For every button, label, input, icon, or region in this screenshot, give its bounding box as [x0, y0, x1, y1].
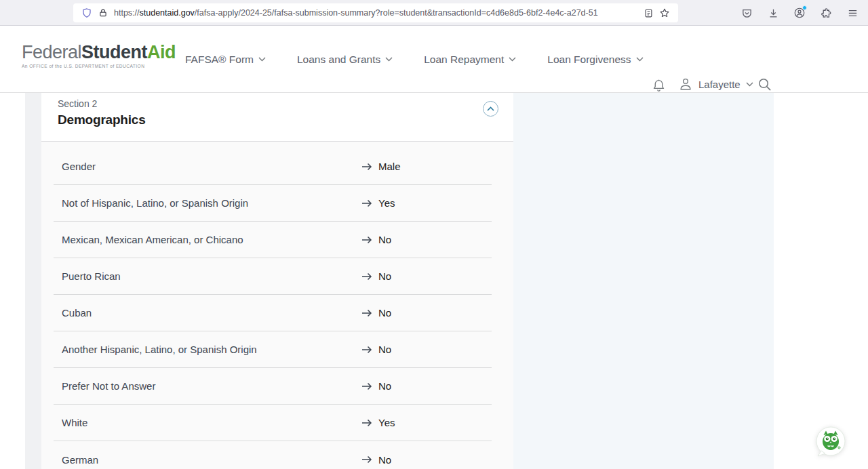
- row-value-text: No: [378, 380, 391, 392]
- row-value-text: Male: [378, 161, 401, 172]
- summary-row: Puerto Rican No: [54, 258, 492, 295]
- aidan-owl-icon: R: [814, 426, 847, 458]
- row-value-text: Yes: [378, 197, 395, 209]
- chevron-down-icon: [385, 57, 393, 62]
- summary-row: White Yes: [54, 405, 492, 441]
- logo-student: Student: [81, 42, 147, 62]
- url-prefix: https://: [114, 8, 140, 18]
- tracking-protection-shield-icon[interactable]: [79, 5, 95, 21]
- url-path: /fafsa-apply/2024-25/fafsa-submission-su…: [195, 8, 598, 18]
- row-label: Another Hispanic, Latino, or Spanish Ori…: [62, 344, 361, 355]
- row-label: Gender: [62, 161, 361, 172]
- nav-item-label: Loan Repayment: [424, 54, 504, 66]
- row-label: White: [62, 417, 361, 428]
- row-answer: No: [361, 380, 492, 392]
- collapse-section-button[interactable]: [483, 101, 498, 117]
- url-domain: studentaid.gov: [140, 8, 195, 18]
- address-bar[interactable]: https://studentaid.gov/fafsa-apply/2024-…: [73, 3, 678, 22]
- row-answer: No: [361, 344, 492, 355]
- arrow-right-icon: [361, 419, 372, 427]
- arrow-right-icon: [361, 455, 372, 464]
- logo-federal: Federal: [22, 42, 81, 62]
- chevron-down-icon: [509, 57, 516, 62]
- nav-item[interactable]: Loan Repayment: [424, 54, 516, 66]
- row-answer: No: [361, 454, 492, 466]
- federal-student-aid-logo[interactable]: FederalStudentAid An OFFICE of the U.S. …: [22, 43, 176, 68]
- summary-row: German No: [54, 441, 492, 469]
- row-value-text: No: [378, 270, 391, 282]
- summary-row: Cuban No: [54, 295, 492, 331]
- search-button[interactable]: [757, 77, 772, 92]
- row-value-text: No: [378, 307, 391, 319]
- content-wrapper: Section 2 Demographics Gender Male: [25, 93, 774, 469]
- pocket-icon[interactable]: [738, 4, 755, 22]
- row-label: Prefer Not to Answer: [62, 380, 361, 392]
- row-value-text: No: [378, 454, 391, 466]
- row-value-text: No: [378, 344, 391, 355]
- row-label: Puerto Rican: [62, 270, 361, 282]
- row-answer: Yes: [361, 417, 492, 428]
- chevron-up-icon: [487, 106, 494, 111]
- row-answer: No: [361, 270, 492, 282]
- row-answer: Yes: [361, 197, 492, 209]
- arrow-right-icon: [361, 272, 372, 281]
- left-gutter: [25, 93, 41, 469]
- summary-row: Not of Hispanic, Latino, or Spanish Orig…: [54, 185, 492, 222]
- summary-row: Gender Male: [54, 148, 492, 185]
- summary-row: Mexican, Mexican American, or Chicano No: [54, 222, 492, 258]
- account-icon[interactable]: [791, 4, 808, 22]
- section-eyebrow: Section 2: [58, 98, 497, 109]
- chevron-down-icon: [636, 57, 644, 62]
- page-content: Section 2 Demographics Gender Male: [0, 93, 868, 469]
- nav-item[interactable]: Loan Forgiveness: [547, 54, 643, 66]
- logo-tagline: An OFFICE of the U.S. DEPARTMENT of EDUC…: [22, 64, 176, 68]
- summary-row: Another Hispanic, Latino, or Spanish Ori…: [54, 331, 492, 368]
- menu-icon[interactable]: [844, 4, 861, 22]
- row-answer: No: [361, 307, 492, 319]
- row-label: Not of Hispanic, Latino, or Spanish Orig…: [62, 197, 361, 209]
- chevron-down-icon: [746, 82, 753, 87]
- nav-item-label: Loans and Grants: [297, 54, 380, 66]
- nav-item-label: FAFSA® Form: [185, 54, 254, 66]
- demographics-list: Gender Male Not of Hispanic, Latino, or …: [41, 142, 513, 469]
- arrow-right-icon: [361, 199, 372, 207]
- arrow-right-icon: [361, 382, 372, 390]
- browser-toolbar: https://studentaid.gov/fafsa-apply/2024-…: [0, 0, 868, 26]
- row-label: Cuban: [62, 307, 361, 319]
- user-icon: [678, 76, 693, 92]
- user-name: Lafayette: [698, 79, 741, 90]
- extensions-icon[interactable]: [817, 4, 835, 22]
- row-label: Mexican, Mexican American, or Chicano: [62, 234, 361, 245]
- svg-text:R: R: [839, 447, 840, 449]
- bell-icon: [652, 78, 666, 93]
- arrow-right-icon: [361, 346, 372, 354]
- summary-row: Prefer Not to Answer No: [54, 368, 492, 405]
- row-label: German: [62, 454, 361, 466]
- right-background-panel: [513, 93, 774, 469]
- logo-aid: Aid: [147, 42, 176, 62]
- user-account-menu[interactable]: Lafayette: [678, 76, 753, 92]
- aidan-chat-button[interactable]: R: [814, 426, 847, 458]
- download-icon[interactable]: [764, 4, 782, 22]
- row-value-text: Yes: [378, 417, 395, 428]
- nav-item[interactable]: Loans and Grants: [297, 54, 393, 66]
- site-header: FederalStudentAid An OFFICE of the U.S. …: [0, 26, 868, 93]
- nav-item-label: Loan Forgiveness: [547, 54, 631, 66]
- main-nav: FAFSA® Form Loans and Grants Loan Repaym…: [185, 26, 644, 93]
- arrow-right-icon: [361, 236, 372, 244]
- row-value-text: No: [378, 234, 391, 245]
- bookmark-star-icon[interactable]: [656, 5, 673, 21]
- section-header: Section 2 Demographics: [41, 93, 513, 142]
- row-answer: No: [361, 234, 492, 245]
- section-title: Demographics: [58, 113, 497, 127]
- section-card: Section 2 Demographics Gender Male: [41, 93, 513, 469]
- lock-icon[interactable]: [95, 5, 111, 21]
- nav-item[interactable]: FAFSA® Form: [185, 54, 266, 66]
- arrow-right-icon: [361, 309, 372, 317]
- sync-notification-dot: [802, 5, 807, 10]
- reader-view-icon[interactable]: [640, 5, 656, 21]
- arrow-right-icon: [361, 163, 372, 171]
- url-text[interactable]: https://studentaid.gov/fafsa-apply/2024-…: [114, 8, 640, 18]
- search-icon: [757, 77, 772, 92]
- notifications-bell-button[interactable]: [652, 78, 666, 93]
